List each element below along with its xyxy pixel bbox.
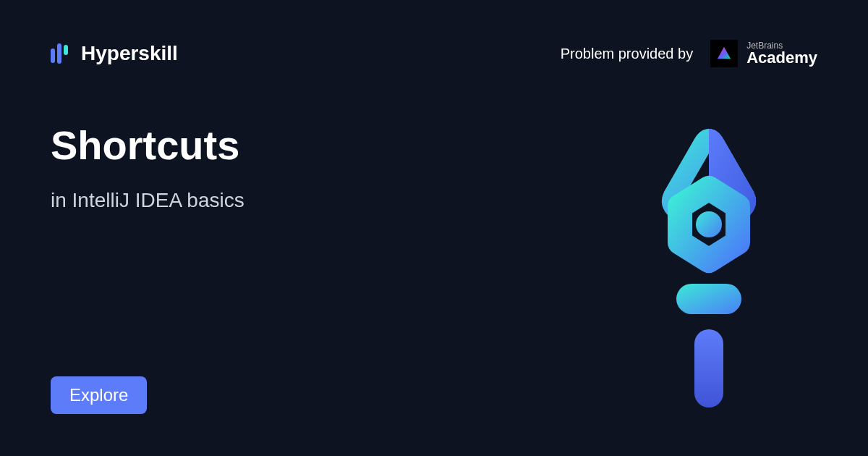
torch-icon	[637, 123, 781, 413]
jetbrains-label-big: Academy	[746, 50, 817, 66]
jetbrains-text: JetBrains Academy	[746, 41, 817, 66]
jetbrains-academy-badge: JetBrains Academy	[710, 40, 817, 67]
jetbrains-icon	[710, 40, 738, 67]
explore-button[interactable]: Explore	[51, 376, 147, 414]
svg-rect-2	[676, 284, 741, 314]
header-right: Problem provided by JetBrains Academ	[561, 40, 817, 67]
header: Hyperskill Problem provided by Jet	[0, 0, 868, 67]
hyperskill-icon	[51, 43, 72, 64]
brand-name: Hyperskill	[81, 42, 178, 65]
provided-by-text: Problem provided by	[561, 46, 693, 62]
svg-point-1	[696, 211, 722, 237]
svg-rect-3	[694, 329, 723, 408]
hyperskill-logo: Hyperskill	[51, 42, 178, 65]
svg-marker-0	[718, 47, 731, 59]
